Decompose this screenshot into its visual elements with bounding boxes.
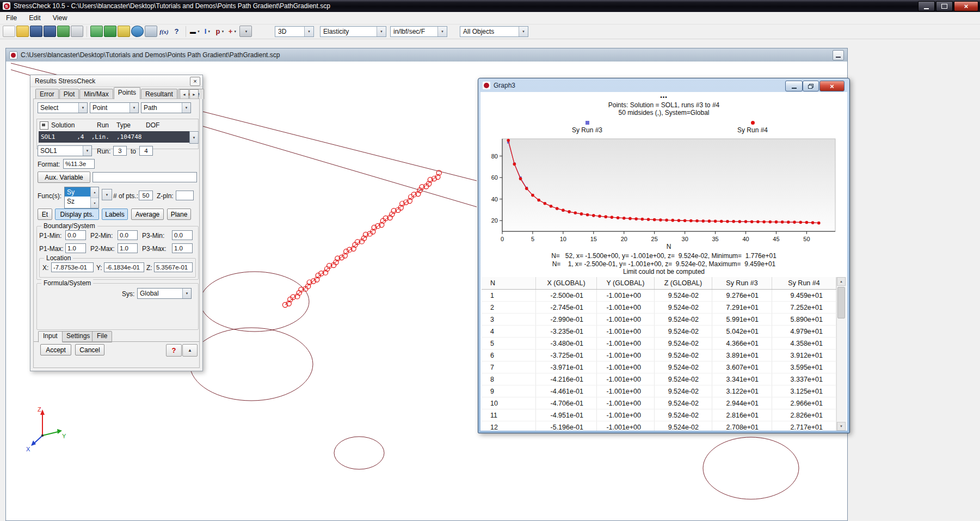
solution-combo[interactable]: SOL1 xyxy=(38,145,92,156)
scrollbar-thumb[interactable] xyxy=(837,287,845,318)
table-row[interactable]: 10-4.706e-01-1.001e+009.524e-022.944e+01… xyxy=(482,397,837,409)
solution-selected-row[interactable]: SOL1 ,4 ,Lin. ,104748 xyxy=(39,131,189,143)
table-row[interactable]: 8-4.216e-01-1.001e+009.524e-023.341e+013… xyxy=(482,373,837,385)
plane-button[interactable]: Plane xyxy=(167,209,191,220)
format-input[interactable]: %11.3e xyxy=(63,159,95,169)
bottom-tab-settings[interactable]: Settings xyxy=(61,331,95,342)
average-button[interactable]: Average xyxy=(131,209,164,220)
objects-combo[interactable]: All Objects xyxy=(460,26,528,37)
theory-combo[interactable]: Elasticity xyxy=(320,26,386,37)
help-button[interactable]: ? xyxy=(166,344,182,357)
table-row[interactable]: 5-3.480e-01-1.001e+009.524e-024.366e+014… xyxy=(482,338,837,350)
x-input[interactable]: -7.8753e-01 xyxy=(51,262,94,272)
model-library-icon[interactable] xyxy=(104,26,116,37)
help-icon[interactable]: ? xyxy=(171,26,182,36)
tab-minmax[interactable]: Min/Max xyxy=(79,89,113,99)
dimension-combo[interactable]: 3D xyxy=(275,26,314,37)
line-style-icon[interactable]: ▬▼ xyxy=(189,26,201,36)
num-pts-input[interactable]: 50 xyxy=(139,191,153,200)
function-scroll-up-icon[interactable] xyxy=(91,187,98,198)
zpln-input[interactable] xyxy=(176,191,194,200)
table-row[interactable]: 11-4.951e-01-1.001e+009.524e-022.816e+01… xyxy=(482,409,837,421)
web-resources-icon[interactable] xyxy=(131,26,144,37)
graph-minimize-button[interactable] xyxy=(785,81,803,91)
plot-export-icon[interactable]: ▼ xyxy=(239,26,252,37)
points-display-icon[interactable]: p▼ xyxy=(214,26,226,36)
chevron-down-icon[interactable] xyxy=(83,146,91,156)
table-row[interactable]: 4-3.235e-01-1.001e+009.524e-025.042e+014… xyxy=(482,326,837,338)
tab-points[interactable]: Points xyxy=(114,87,140,99)
p1-min-input[interactable]: 0.0 xyxy=(65,230,86,240)
solution-row-dropdown-icon[interactable] xyxy=(189,131,199,144)
handbook-icon[interactable] xyxy=(118,26,130,37)
run-from-input[interactable]: 3 xyxy=(113,146,127,156)
chevron-down-icon[interactable] xyxy=(377,27,386,36)
tab-error[interactable]: Error xyxy=(35,89,59,99)
dialog-scroll-up-button[interactable]: ▲ xyxy=(182,344,198,357)
p3-max-input[interactable]: 1.0 xyxy=(172,243,193,253)
close-window-button[interactable] xyxy=(954,1,978,11)
scroll-up-icon[interactable] xyxy=(837,277,846,286)
text-style-icon[interactable]: I▼ xyxy=(202,26,213,36)
table-row[interactable]: 2-2.745e-01-1.001e+009.524e-027.291e+017… xyxy=(482,302,837,314)
table-row[interactable]: 7-3.971e-01-1.001e+009.524e-023.607e+013… xyxy=(482,361,837,373)
chevron-down-icon[interactable] xyxy=(304,27,313,36)
p1-max-input[interactable]: 1.0 xyxy=(65,243,86,253)
cancel-button[interactable]: Cancel xyxy=(75,344,104,355)
document-titlebar[interactable]: C:\Users\blancaster\Desktop\Tutorials an… xyxy=(6,48,847,62)
function-option-sy[interactable]: Sy xyxy=(65,187,90,197)
bottom-tab-input[interactable]: Input xyxy=(38,331,63,342)
function-listbox[interactable]: Sy Sz xyxy=(64,187,99,209)
table-row[interactable]: 3-2.990e-01-1.001e+009.524e-025.991e+015… xyxy=(482,314,837,326)
results-dialog-titlebar[interactable]: Results StressCheck × xyxy=(30,75,202,87)
object-type-combo[interactable]: Point xyxy=(90,102,139,113)
table-scrollbar[interactable] xyxy=(836,277,846,431)
document-minimize-button[interactable] xyxy=(833,50,844,60)
maximize-window-button[interactable] xyxy=(936,1,953,11)
tab-plot[interactable]: Plot xyxy=(59,89,79,99)
graph-restore-button[interactable] xyxy=(803,81,819,91)
run-to-input[interactable]: 4 xyxy=(139,146,153,156)
table-row[interactable]: 9-4.461e-01-1.001e+009.524e-023.122e+013… xyxy=(482,385,837,397)
table-row[interactable]: 1-2.500e-01-1.001e+009.524e-029.276e+019… xyxy=(482,290,837,302)
accept-button[interactable]: Accept xyxy=(40,344,71,355)
display-pts-button[interactable]: Display pts. xyxy=(55,209,99,220)
units-combo[interactable]: in/lbf/sec/F xyxy=(390,26,447,37)
chevron-down-icon[interactable] xyxy=(78,103,87,113)
print-icon[interactable] xyxy=(71,26,83,37)
open-file-icon[interactable] xyxy=(16,26,29,37)
function-dropdown-icon[interactable] xyxy=(102,189,112,200)
aux-variable-field[interactable] xyxy=(93,172,197,182)
labels-button[interactable]: Labels xyxy=(102,209,128,220)
p3-min-input[interactable]: 0.0 xyxy=(172,230,193,240)
p2-min-input[interactable]: 0.0 xyxy=(118,230,138,240)
axes-display-icon[interactable]: +▼ xyxy=(227,26,238,36)
notes-icon[interactable] xyxy=(145,26,157,37)
import-icon[interactable] xyxy=(57,26,70,37)
scroll-down-icon[interactable] xyxy=(837,422,846,431)
formula-editor-icon[interactable]: f(x) xyxy=(158,26,170,36)
tab-resultant[interactable]: Resultant xyxy=(141,89,177,99)
function-scroll-down-icon[interactable] xyxy=(91,198,98,209)
select-mode-combo[interactable]: Select xyxy=(38,102,88,113)
table-row[interactable]: 6-3.725e-01-1.001e+009.524e-023.891e+013… xyxy=(482,350,837,361)
z-input[interactable]: 5.3567e-01 xyxy=(154,262,193,272)
solution-list-icon[interactable] xyxy=(40,121,48,130)
menu-file[interactable]: File xyxy=(0,13,23,23)
aux-variable-button[interactable]: Aux. Variable xyxy=(38,171,90,183)
system-combo[interactable]: Global xyxy=(137,288,192,299)
et-button[interactable]: Et xyxy=(38,209,52,220)
menu-view[interactable]: View xyxy=(47,13,73,23)
minimize-window-button[interactable] xyxy=(918,1,935,11)
chevron-down-icon[interactable] xyxy=(519,27,528,36)
chevron-down-icon[interactable] xyxy=(437,27,447,36)
chevron-down-icon[interactable] xyxy=(182,103,190,113)
p2-max-input[interactable]: 1.0 xyxy=(118,243,138,253)
menu-edit[interactable]: Edit xyxy=(23,13,47,23)
new-file-icon[interactable] xyxy=(3,26,15,37)
chevron-down-icon[interactable] xyxy=(130,103,138,113)
graph-titlebar[interactable]: Graph3 xyxy=(483,81,515,90)
save-icon[interactable] xyxy=(30,26,42,37)
function-option-sz[interactable]: Sz xyxy=(65,197,90,206)
bottom-tab-file[interactable]: File xyxy=(92,331,112,342)
